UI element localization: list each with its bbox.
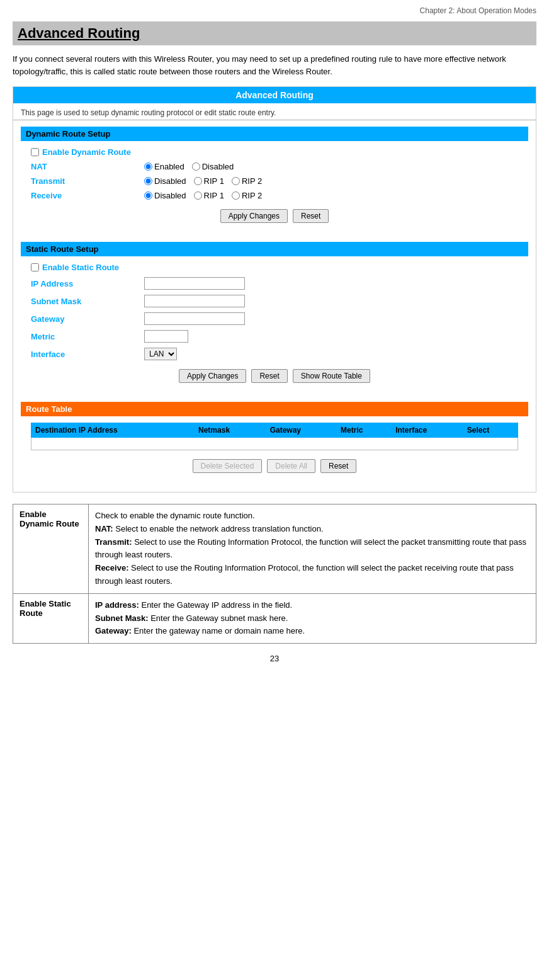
nat-enabled-option[interactable]: Enabled [144, 162, 184, 171]
enable-dynamic-route-row: Enable Dynamic Route [31, 147, 518, 157]
enable-static-route-checkbox[interactable] [31, 263, 39, 271]
help-desc-dynamic: Check to enable the dynamic route functi… [89, 504, 536, 594]
receive-rip1-radio[interactable] [194, 191, 202, 200]
transmit-rip2-option[interactable]: RIP 2 [232, 176, 262, 186]
help-table: Enable Dynamic Route Check to enable the… [13, 504, 536, 644]
ip-address-input[interactable] [144, 277, 245, 290]
interface-row: Interface LAN [31, 348, 518, 360]
receive-disabled-radio[interactable] [144, 191, 152, 200]
transmit-disabled-radio[interactable] [144, 177, 152, 185]
receive-rip2-radio[interactable] [232, 191, 240, 200]
nat-enabled-label: Enabled [154, 162, 184, 171]
transmit-rip1-radio[interactable] [194, 177, 202, 185]
nat-enabled-radio[interactable] [144, 162, 152, 171]
enable-static-route-label: Enable Static Route [42, 263, 119, 272]
route-table-header-row: Destination IP Address Netmask Gateway M… [31, 423, 518, 438]
metric-label: Metric [31, 332, 144, 341]
metric-input[interactable] [144, 330, 188, 343]
transmit-rip2-label: RIP 2 [242, 176, 262, 186]
dynamic-route-header: Dynamic Route Setup [21, 127, 528, 141]
metric-row: Metric [31, 330, 518, 343]
static-route-header: Static Route Setup [21, 242, 528, 256]
static-route-section: Static Route Setup Enable Static Route I… [21, 242, 528, 393]
dynamic-route-btn-row: Apply Changes Reset [31, 209, 518, 223]
help-desc-static: IP address: Enter the Gateway IP address… [89, 593, 536, 643]
delete-selected-button[interactable]: Delete Selected [193, 459, 263, 473]
transmit-disabled-option[interactable]: Disabled [144, 176, 186, 186]
enable-static-route-row: Enable Static Route [31, 263, 518, 272]
route-table-body-rows [31, 438, 518, 450]
col-dest-ip: Destination IP Address [31, 423, 195, 438]
receive-rip1-label: RIP 1 [204, 191, 224, 200]
receive-disabled-option[interactable]: Disabled [144, 191, 186, 200]
ip-address-label: IP Address [31, 279, 144, 288]
dynamic-reset-button[interactable]: Reset [293, 209, 329, 223]
transmit-radio-group: Disabled RIP 1 RIP 2 [144, 176, 262, 186]
static-apply-button[interactable]: Apply Changes [179, 369, 246, 383]
main-panel-desc: This page is used to setup dynamic routi… [13, 103, 536, 120]
nat-disabled-option[interactable]: Disabled [192, 162, 234, 171]
route-table-btn-row: Delete Selected Delete All Reset [31, 459, 518, 473]
subnet-mask-label: Subnet Mask [31, 297, 144, 306]
enable-dynamic-route-checkbox[interactable] [31, 148, 39, 156]
delete-all-button[interactable]: Delete All [267, 459, 315, 473]
col-gateway: Gateway [266, 423, 336, 438]
dynamic-route-body: Enable Dynamic Route NAT Enabled Disable… [21, 141, 528, 233]
route-table-reset-button[interactable]: Reset [320, 459, 356, 473]
nat-row: NAT Enabled Disabled [31, 162, 518, 171]
nat-disabled-label: Disabled [202, 162, 234, 171]
main-panel-header: Advanced Routing [13, 87, 536, 103]
col-interface: Interface [392, 423, 463, 438]
route-table: Destination IP Address Netmask Gateway M… [31, 423, 518, 450]
nat-disabled-radio[interactable] [192, 162, 200, 171]
route-table-header: Route Table [21, 402, 528, 416]
receive-row: Receive Disabled RIP 1 RIP 2 [31, 191, 518, 200]
receive-rip2-label: RIP 2 [242, 191, 262, 200]
static-reset-button[interactable]: Reset [251, 369, 287, 383]
subnet-mask-row: Subnet Mask [31, 295, 518, 307]
help-row-static: Enable Static Route IP address: Enter th… [13, 593, 536, 643]
page-number: 23 [13, 654, 536, 663]
receive-disabled-label: Disabled [154, 191, 186, 200]
col-netmask: Netmask [195, 423, 266, 438]
static-gateway-row: Gateway [31, 312, 518, 325]
help-row-dynamic: Enable Dynamic Route Check to enable the… [13, 504, 536, 594]
col-metric: Metric [337, 423, 392, 438]
transmit-disabled-label: Disabled [154, 176, 186, 186]
show-route-table-button[interactable]: Show Route Table [293, 369, 370, 383]
help-term-static: Enable Static Route [13, 593, 89, 643]
static-gateway-input[interactable] [144, 312, 245, 325]
intro-text: If you connect several routers with this… [13, 53, 536, 77]
static-route-btn-row: Apply Changes Reset Show Route Table [31, 369, 518, 383]
receive-rip2-option[interactable]: RIP 2 [232, 191, 262, 200]
transmit-rip1-option[interactable]: RIP 1 [194, 176, 224, 186]
page-title: Advanced Routing [13, 21, 536, 45]
dynamic-route-section: Dynamic Route Setup Enable Dynamic Route… [21, 127, 528, 233]
static-route-body: Enable Static Route IP Address Subnet Ma… [21, 256, 528, 393]
transmit-rip2-radio[interactable] [232, 177, 240, 185]
static-gateway-label: Gateway [31, 314, 144, 324]
route-table-section: Route Table Destination IP Address Netma… [21, 402, 528, 483]
ip-address-row: IP Address [31, 277, 518, 290]
col-select: Select [463, 423, 518, 438]
nat-radio-group: Enabled Disabled [144, 162, 234, 171]
receive-label: Receive [31, 191, 144, 200]
subnet-mask-input[interactable] [144, 295, 245, 307]
transmit-row: Transmit Disabled RIP 1 RIP 2 [31, 176, 518, 186]
route-table-empty-row [31, 438, 518, 450]
receive-rip1-option[interactable]: RIP 1 [194, 191, 224, 200]
interface-label: Interface [31, 350, 144, 359]
help-term-dynamic: Enable Dynamic Route [13, 504, 89, 594]
main-panel: Advanced Routing This page is used to se… [13, 86, 536, 493]
enable-dynamic-route-label: Enable Dynamic Route [42, 147, 131, 157]
interface-select[interactable]: LAN [144, 348, 177, 360]
route-table-body: Destination IP Address Netmask Gateway M… [21, 416, 528, 483]
transmit-rip1-label: RIP 1 [204, 176, 224, 186]
receive-radio-group: Disabled RIP 1 RIP 2 [144, 191, 262, 200]
dynamic-apply-button[interactable]: Apply Changes [220, 209, 288, 223]
nat-label: NAT [31, 162, 144, 171]
chapter-header: Chapter 2: About Operation Modes [13, 6, 536, 15]
transmit-label: Transmit [31, 176, 144, 186]
